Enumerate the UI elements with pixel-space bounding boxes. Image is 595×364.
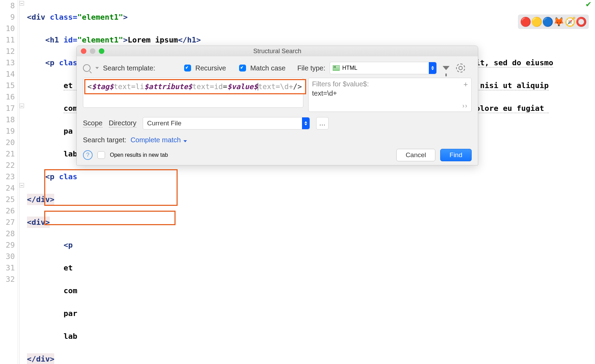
- scope-browse-button[interactable]: …: [316, 117, 329, 130]
- match-case-label: Match case: [250, 64, 285, 72]
- line-number: 31: [0, 262, 15, 274]
- code-line: </div>: [27, 353, 595, 364]
- line-number: 24: [0, 182, 15, 194]
- file-type-value: HTML: [342, 65, 358, 71]
- line-number: 25: [0, 194, 15, 205]
- line-number: 23: [0, 171, 15, 182]
- more-filters-icon[interactable]: ››: [462, 102, 468, 109]
- code-line: et: [27, 262, 595, 274]
- code-line: <div class="element1">: [27, 11, 595, 23]
- select-arrows-icon: [429, 62, 436, 74]
- search-icon[interactable]: [83, 64, 91, 72]
- line-number: 21: [0, 148, 15, 160]
- line-number: 14: [0, 68, 15, 80]
- line-number: 18: [0, 114, 15, 125]
- dialog-titlebar[interactable]: Structural Search: [77, 46, 478, 56]
- line-number: 16: [0, 91, 15, 103]
- code-line: com: [27, 285, 595, 296]
- line-number-gutter: 8910111213141516171819202122232425262728…: [0, 0, 18, 364]
- search-match-highlight: [44, 169, 178, 206]
- line-number: 32: [0, 274, 15, 285]
- open-results-checkbox[interactable]: [97, 151, 105, 159]
- code-line: lab: [27, 331, 595, 342]
- recursive-checkbox[interactable]: [184, 65, 191, 71]
- line-number: 10: [0, 23, 15, 34]
- code-line: <h1 id="element1">Lorem ipsum</h1>: [27, 34, 595, 46]
- recursive-label: Recursive: [195, 64, 226, 72]
- add-filter-icon[interactable]: +: [463, 80, 468, 89]
- line-number: 13: [0, 57, 15, 68]
- scope-link[interactable]: Scope: [83, 119, 103, 127]
- search-template-label: Search template:: [103, 64, 155, 72]
- line-number: 29: [0, 239, 15, 251]
- search-target-dropdown[interactable]: Complete match: [131, 136, 187, 144]
- search-match-highlight: [44, 211, 176, 225]
- fold-marker[interactable]: [20, 183, 24, 188]
- line-number: 20: [0, 137, 15, 148]
- line-number: 22: [0, 160, 15, 171]
- fold-marker[interactable]: [20, 1, 24, 6]
- line-number: 19: [0, 125, 15, 137]
- find-button[interactable]: Find: [440, 149, 472, 161]
- fold-column: [18, 0, 26, 364]
- directory-link[interactable]: Directory: [109, 119, 136, 127]
- select-arrows-icon: [302, 117, 310, 129]
- line-number: 8: [0, 0, 15, 11]
- chevron-down-icon: [183, 140, 187, 142]
- match-case-checkbox[interactable]: [239, 65, 246, 71]
- line-number: 30: [0, 251, 15, 262]
- scope-select[interactable]: Current File: [143, 117, 310, 130]
- structural-search-dialog: Structural Search Search template: Recur…: [76, 46, 478, 165]
- open-results-label: Open results in new tab: [110, 152, 168, 158]
- filter-icon[interactable]: [441, 63, 451, 73]
- file-type-select[interactable]: HTML: [330, 62, 437, 74]
- scope-value: Current File: [147, 119, 181, 127]
- search-template-input[interactable]: < $tag$ text=li $attribute$ text=id = $v…: [83, 78, 303, 108]
- dialog-title: Structural Search: [77, 48, 478, 55]
- filters-panel[interactable]: Filters for $value$: text=\d+ + ››: [308, 78, 472, 112]
- html-file-icon: [333, 65, 340, 71]
- help-icon[interactable]: ?: [83, 150, 93, 160]
- fold-marker[interactable]: [20, 104, 24, 108]
- filters-text: text=\d+: [312, 89, 468, 97]
- file-type-label: File type:: [297, 64, 325, 72]
- code-line: par: [27, 308, 595, 319]
- filters-header: Filters for $value$:: [312, 80, 468, 88]
- line-number: 27: [0, 217, 15, 228]
- settings-gear-icon[interactable]: [455, 63, 466, 73]
- line-number: 28: [0, 228, 15, 239]
- line-number: 12: [0, 46, 15, 57]
- search-target-label: Search target:: [83, 136, 126, 144]
- line-number: 17: [0, 103, 15, 114]
- line-number: 26: [0, 205, 15, 217]
- line-number: 11: [0, 34, 15, 46]
- line-number: 15: [0, 80, 15, 91]
- history-dropdown-icon[interactable]: [95, 67, 99, 69]
- code-line: <p: [27, 239, 595, 251]
- line-number: 9: [0, 11, 15, 23]
- cancel-button[interactable]: Cancel: [396, 149, 435, 161]
